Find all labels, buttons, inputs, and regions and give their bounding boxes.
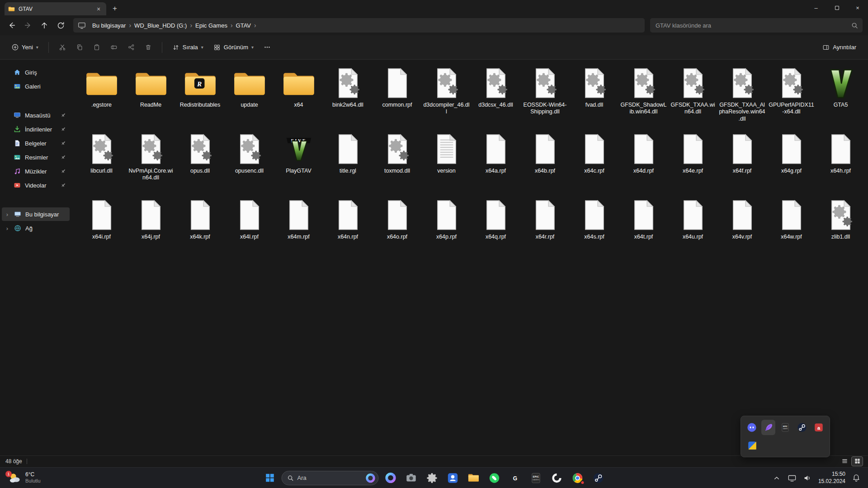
rename-button[interactable] <box>106 39 122 56</box>
notifications-button[interactable] <box>849 469 863 487</box>
back-button[interactable] <box>5 18 19 33</box>
search-box[interactable] <box>650 18 863 33</box>
display-tray-button[interactable] <box>785 469 799 487</box>
file-item[interactable]: x64t.rpf <box>619 196 668 262</box>
file-item[interactable]: x64q.rpf <box>471 196 520 262</box>
tray-discord-icon[interactable] <box>745 420 759 435</box>
taskbar-settings-icon[interactable] <box>423 469 441 487</box>
file-item[interactable]: opusenc.dll <box>225 130 274 196</box>
chevron-right-icon[interactable]: › <box>128 22 132 29</box>
file-item[interactable]: x64j.rpf <box>126 196 175 262</box>
file-item[interactable]: ReadMe <box>126 64 175 130</box>
file-item[interactable]: RRedistributables <box>175 64 225 130</box>
file-item[interactable]: x64g.rpf <box>767 130 816 196</box>
taskbar-explorer-icon[interactable] <box>465 469 483 487</box>
sidebar-item-desktop[interactable]: Masaüstü <box>2 108 70 122</box>
file-item[interactable]: x64k.rpf <box>175 196 225 262</box>
file-item[interactable]: NvPmApi.Core.win64.dll <box>126 130 175 196</box>
file-item[interactable]: x64e.rpf <box>668 130 717 196</box>
tray-steam-icon[interactable] <box>795 420 809 435</box>
cut-button[interactable] <box>54 39 71 56</box>
taskbar-whatsapp-icon[interactable] <box>486 469 504 487</box>
explorer-tab[interactable]: GTAV × <box>5 2 106 15</box>
sidebar-item-downloads[interactable]: İndirilenler <box>2 122 70 136</box>
file-item[interactable]: libcurl.dll <box>77 130 126 196</box>
file-item[interactable]: GTA5 <box>816 64 865 130</box>
file-item[interactable]: version <box>422 130 471 196</box>
file-item[interactable]: x64u.rpf <box>668 196 717 262</box>
file-item[interactable]: fvad.dll <box>570 64 619 130</box>
more-options-button[interactable] <box>259 39 275 56</box>
taskbar-chrome-icon[interactable] <box>569 469 587 487</box>
file-item[interactable]: d3dcompiler_46.dll <box>422 64 471 130</box>
sidebar-item-network[interactable]: ›Ağ <box>2 221 70 235</box>
tray-epic-icon[interactable]: EPICGAMES <box>778 420 792 435</box>
breadcrumb-item[interactable]: WD_Blue_HDD (G:) <box>132 21 189 30</box>
taskbar-search[interactable]: Ara <box>282 471 379 485</box>
file-item[interactable]: GFSDK_ShadowLib.win64.dll <box>619 64 668 130</box>
sort-button[interactable]: Sırala ▾ <box>168 39 208 56</box>
file-item[interactable]: GFSDK_TXAA_AlphaResolve.win64.dll <box>717 64 767 130</box>
sidebar-item-gallery[interactable]: Galeri <box>2 80 70 93</box>
breadcrumb-item[interactable]: GTAV <box>233 21 254 30</box>
file-item[interactable]: zlib1.dll <box>816 196 865 262</box>
clock[interactable]: 15:50 15.02.2024 <box>816 471 848 485</box>
file-list-area[interactable]: .egstoreReadMeRRedistributablesupdatex64… <box>71 60 868 455</box>
chevron-right-icon[interactable]: › <box>5 225 10 232</box>
chevron-right-icon[interactable]: › <box>5 211 10 218</box>
file-item[interactable]: bink2w64.dll <box>323 64 373 130</box>
file-item[interactable]: x64v.rpf <box>717 196 767 262</box>
copy-button[interactable] <box>71 39 88 56</box>
file-item[interactable]: opus.dll <box>175 130 225 196</box>
delete-button[interactable] <box>140 39 156 56</box>
sidebar-item-documents[interactable]: Belgeler <box>2 136 70 150</box>
file-item[interactable]: x64s.rpf <box>570 196 619 262</box>
file-item[interactable]: GFSDK_TXAA.win64.dll <box>668 64 717 130</box>
sidebar-item-pictures[interactable]: Resimler <box>2 150 70 164</box>
tray-red-app-icon[interactable]: a <box>812 420 826 435</box>
tray-blue-yellow-app-icon[interactable] <box>745 438 760 453</box>
file-item[interactable]: x64a.rpf <box>471 130 520 196</box>
maximize-button[interactable] <box>826 0 847 15</box>
sidebar-item-music[interactable]: Müzikler <box>2 164 70 178</box>
file-item[interactable]: x64r.rpf <box>520 196 570 262</box>
start-button[interactable] <box>261 469 279 487</box>
file-item[interactable]: x64p.rpf <box>422 196 471 262</box>
file-item[interactable]: FIVEPlayGTAV <box>274 130 323 196</box>
tab-close-icon[interactable]: × <box>94 5 103 13</box>
taskbar-camera-icon[interactable] <box>402 469 420 487</box>
tray-feather-icon[interactable] <box>761 420 775 435</box>
details-view-button[interactable] <box>839 457 850 466</box>
weather-widget[interactable]: 1 6°C Bulutlu <box>5 470 44 486</box>
address-bar[interactable]: Bu bilgisayar›WD_Blue_HDD (G:)›Epic Game… <box>73 18 645 33</box>
chevron-right-icon[interactable]: › <box>189 22 193 29</box>
up-button[interactable] <box>37 18 52 33</box>
file-item[interactable]: x64b.rpf <box>520 130 570 196</box>
search-input[interactable] <box>655 22 851 29</box>
file-item[interactable]: x64l.rpf <box>225 196 274 262</box>
file-item[interactable]: .egstore <box>77 64 126 130</box>
file-item[interactable]: d3dcsx_46.dll <box>471 64 520 130</box>
file-item[interactable]: x64w.rpf <box>767 196 816 262</box>
chevron-right-icon[interactable]: › <box>230 22 233 29</box>
icons-view-button[interactable] <box>852 457 863 466</box>
taskbar-ghub-icon[interactable]: G <box>506 469 524 487</box>
share-button[interactable] <box>123 39 139 56</box>
file-item[interactable]: x64m.rpf <box>274 196 323 262</box>
minimize-button[interactable]: – <box>806 0 826 15</box>
taskbar-copilot-icon[interactable] <box>382 469 400 487</box>
breadcrumb-item[interactable]: Bu bilgisayar <box>90 21 128 30</box>
file-item[interactable]: toxmod.dll <box>373 130 422 196</box>
new-button[interactable]: Yeni ▾ <box>7 39 43 56</box>
file-item[interactable]: EOSSDK-Win64-Shipping.dll <box>520 64 570 130</box>
refresh-button[interactable] <box>53 18 68 33</box>
close-button[interactable]: × <box>847 0 868 15</box>
volume-button[interactable] <box>800 469 815 487</box>
details-pane-button[interactable]: Ayrıntılar <box>818 39 861 56</box>
sidebar-item-videos[interactable]: Videolar <box>2 178 70 192</box>
tray-chevron-button[interactable] <box>769 469 784 487</box>
file-item[interactable]: x64c.rpf <box>570 130 619 196</box>
file-item[interactable]: title.rgl <box>323 130 373 196</box>
file-item[interactable]: x64f.rpf <box>717 130 767 196</box>
sidebar-item-home[interactable]: Giriş <box>2 66 70 79</box>
